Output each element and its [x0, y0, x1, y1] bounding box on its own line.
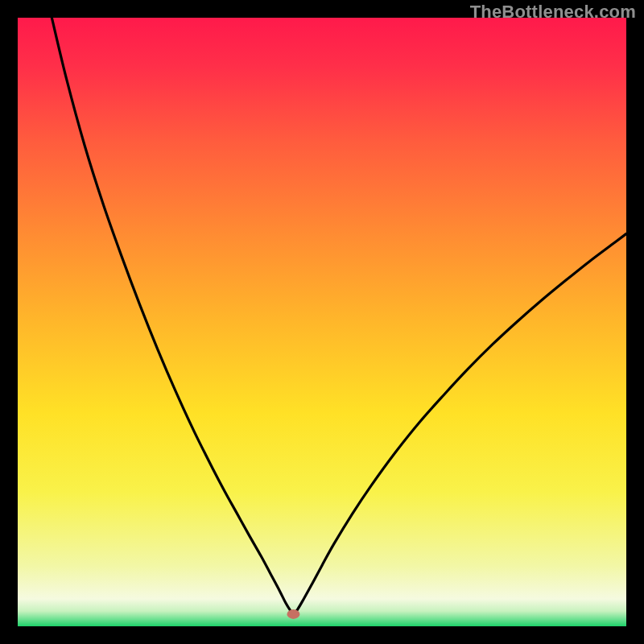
- plot-area: [18, 18, 626, 626]
- optimal-point-marker: [287, 609, 299, 619]
- watermark-text: TheBottleneck.com: [470, 2, 636, 23]
- chart-background: [18, 18, 626, 626]
- chart-svg: [18, 18, 626, 626]
- outer-frame: TheBottleneck.com: [0, 0, 644, 644]
